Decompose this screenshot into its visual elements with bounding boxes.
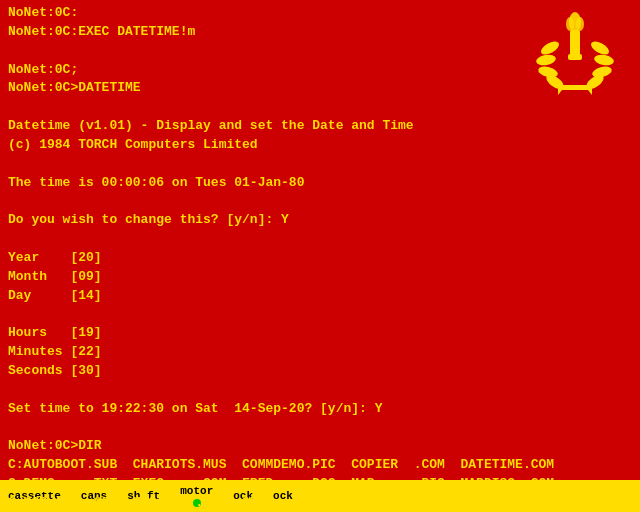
svg-point-5 — [539, 39, 561, 58]
svg-rect-4 — [568, 54, 582, 60]
terminal-screen: NoNet:0C: NoNet:0C:EXEC DATETIME!m NoNet… — [0, 0, 640, 480]
svg-rect-3 — [570, 30, 580, 58]
svg-point-1 — [566, 17, 574, 31]
svg-point-9 — [589, 39, 611, 58]
svg-point-2 — [576, 17, 584, 31]
svg-rect-13 — [560, 85, 590, 90]
svg-point-10 — [593, 53, 614, 66]
svg-point-6 — [535, 53, 556, 66]
torch-logo — [530, 10, 620, 100]
